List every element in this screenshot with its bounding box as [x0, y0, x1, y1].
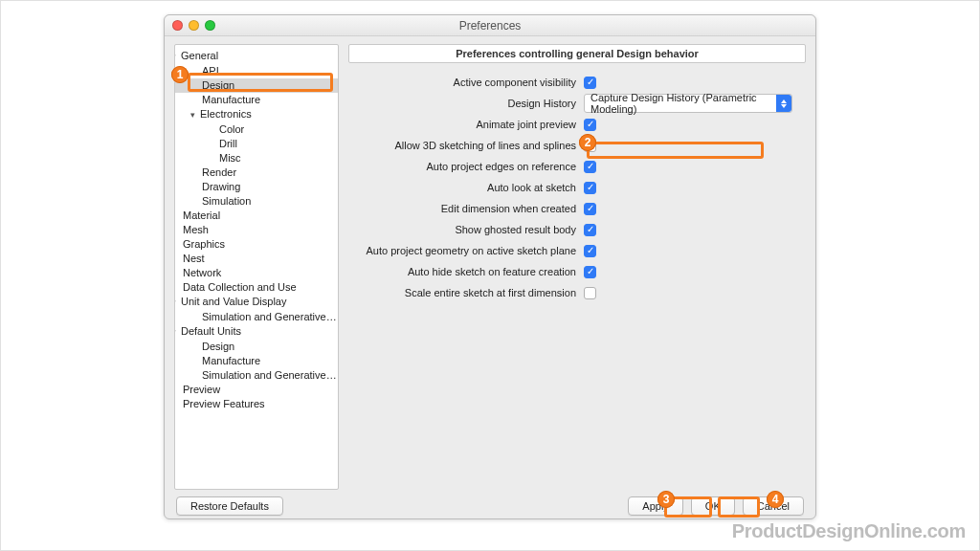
- pref-label: Allow 3D sketching of lines and splines: [354, 140, 576, 151]
- tree-item[interactable]: Preview: [175, 383, 338, 397]
- tree-item[interactable]: Drill: [175, 137, 338, 151]
- pref-label: Auto look at sketch: [354, 182, 576, 193]
- sidebar: GeneralAPIDesignManufactureElectronicsCo…: [174, 44, 339, 490]
- checkbox[interactable]: [584, 140, 596, 152]
- pref-control: [584, 182, 794, 194]
- main-body: Active component visibilityDesign Histor…: [348, 63, 806, 490]
- tree-item[interactable]: Manufacture: [175, 93, 338, 107]
- pref-label: Show ghosted result body: [354, 224, 576, 235]
- tree-item[interactable]: Design: [175, 78, 338, 93]
- pref-row: Edit dimension when created: [354, 199, 800, 218]
- select-value: Capture Design History (Parametric Model…: [590, 92, 772, 115]
- tree-item[interactable]: Design: [175, 340, 338, 354]
- pref-row: Animate joint preview: [354, 115, 800, 134]
- pref-row: Design HistoryCapture Design History (Pa…: [354, 94, 800, 113]
- tree-item[interactable]: Electronics: [175, 107, 338, 122]
- pref-row: Scale entire sketch at first dimension: [354, 283, 800, 302]
- tree-item[interactable]: Mesh: [175, 223, 338, 237]
- pref-row: Active component visibility: [354, 73, 800, 92]
- checkbox[interactable]: [584, 245, 596, 257]
- tree-item[interactable]: Default Units: [175, 324, 338, 340]
- checkbox[interactable]: [584, 161, 596, 173]
- pref-control: [584, 77, 794, 89]
- tree-item[interactable]: Simulation and Generative Desi…: [175, 368, 338, 383]
- zoom-icon[interactable]: [205, 20, 215, 31]
- pref-control: [584, 224, 794, 236]
- tree-item[interactable]: Render: [175, 165, 338, 180]
- pref-label: Edit dimension when created: [354, 203, 576, 214]
- tree-item[interactable]: Simulation: [175, 194, 338, 209]
- pref-label: Scale entire sketch at first dimension: [354, 287, 576, 298]
- ok-button[interactable]: OK: [691, 496, 735, 516]
- pref-control: Capture Design History (Parametric Model…: [584, 94, 794, 113]
- tree-item[interactable]: Graphics: [175, 237, 338, 252]
- pref-label: Animate joint preview: [354, 119, 576, 130]
- restore-defaults-button[interactable]: Restore Defaults: [176, 496, 283, 516]
- tree-item[interactable]: Network: [175, 266, 338, 280]
- tree-item[interactable]: Preview Features: [175, 397, 338, 411]
- tree-item[interactable]: Data Collection and Use: [175, 280, 338, 295]
- apply-button[interactable]: Apply: [628, 496, 683, 516]
- pref-row: Auto look at sketch: [354, 178, 800, 197]
- checkbox[interactable]: [584, 224, 596, 236]
- tree-item[interactable]: Drawing: [175, 180, 338, 194]
- pref-row: Allow 3D sketching of lines and splines: [354, 136, 800, 155]
- pref-control: [584, 266, 794, 278]
- tree-item[interactable]: Material: [175, 209, 338, 223]
- pref-control: [584, 245, 794, 257]
- pref-row: Auto project edges on reference: [354, 157, 800, 176]
- titlebar: Preferences: [165, 15, 815, 36]
- tree-item[interactable]: Misc: [175, 151, 338, 165]
- checkbox[interactable]: [584, 287, 596, 299]
- checkbox[interactable]: [584, 266, 596, 278]
- main-panel: Preferences controlling general Design b…: [348, 44, 806, 490]
- tree-item[interactable]: Nest: [175, 252, 338, 266]
- pref-label: Auto project geometry on active sketch p…: [354, 245, 576, 256]
- tree-item[interactable]: API: [175, 64, 338, 78]
- checkbox[interactable]: [584, 203, 596, 215]
- watermark: ProductDesignOnline.com: [732, 520, 966, 542]
- pref-row: Show ghosted result body: [354, 220, 800, 239]
- window-controls: [172, 20, 215, 31]
- preferences-window: Preferences GeneralAPIDesignManufactureE…: [164, 14, 816, 519]
- close-icon[interactable]: [172, 20, 183, 31]
- main-header: Preferences controlling general Design b…: [348, 44, 806, 63]
- tree-item[interactable]: General: [175, 49, 338, 64]
- pref-label: Auto hide sketch on feature creation: [354, 266, 576, 277]
- pref-control: [584, 119, 794, 131]
- stage: Preferences GeneralAPIDesignManufactureE…: [0, 0, 980, 551]
- window-title: Preferences: [459, 19, 522, 33]
- pref-label: Active component visibility: [354, 77, 576, 88]
- pref-label: Auto project edges on reference: [354, 161, 576, 172]
- pref-control: [584, 140, 794, 152]
- preferences-tree[interactable]: GeneralAPIDesignManufactureElectronicsCo…: [175, 49, 338, 411]
- tree-item[interactable]: Unit and Value Display: [175, 295, 338, 310]
- checkbox[interactable]: [584, 119, 596, 131]
- pref-control: [584, 203, 794, 215]
- pref-row: Auto hide sketch on feature creation: [354, 262, 800, 281]
- pref-row: Auto project geometry on active sketch p…: [354, 241, 800, 260]
- footer: Restore Defaults Apply OK Cancel: [165, 490, 815, 522]
- tree-item[interactable]: Simulation and Generative Desi…: [175, 310, 338, 324]
- pref-control: [584, 287, 794, 299]
- checkbox[interactable]: [584, 182, 596, 194]
- pref-control: [584, 161, 794, 173]
- minimize-icon[interactable]: [189, 20, 199, 31]
- checkbox[interactable]: [584, 77, 596, 89]
- tree-item[interactable]: Manufacture: [175, 354, 338, 368]
- cancel-button[interactable]: Cancel: [743, 496, 804, 516]
- pref-label: Design History: [354, 98, 576, 109]
- tree-item[interactable]: Color: [175, 122, 338, 137]
- chevron-updown-icon: [776, 95, 791, 112]
- design-history-select[interactable]: Capture Design History (Parametric Model…: [584, 94, 792, 113]
- window-body: GeneralAPIDesignManufactureElectronicsCo…: [165, 36, 815, 490]
